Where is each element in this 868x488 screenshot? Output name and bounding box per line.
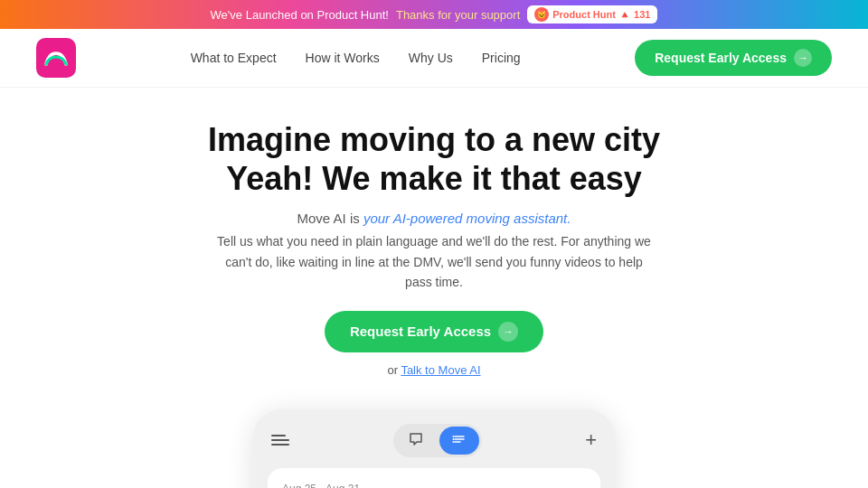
nav-what-to-expect[interactable]: What to Expect xyxy=(191,51,277,65)
ph-badge-text: Product Hunt 🔺 131 xyxy=(552,9,650,21)
ph-logo-icon: 🐱 xyxy=(534,7,549,22)
product-hunt-badge[interactable]: 🐱 Product Hunt 🔺 131 xyxy=(527,5,657,23)
phone-toolbar: + xyxy=(268,424,600,457)
hero-headline-line1: Imagine moving to a new city xyxy=(208,121,660,158)
thanks-text: Thanks for your support xyxy=(396,8,520,22)
nav-pricing[interactable]: Pricing xyxy=(482,51,521,65)
logo[interactable] xyxy=(36,38,76,78)
svg-point-0 xyxy=(452,436,454,437)
nav-how-it-works[interactable]: How it Works xyxy=(306,51,380,65)
hero-section: Imagine moving to a new city Yeah! We ma… xyxy=(0,88,868,395)
chat-icon xyxy=(409,432,423,449)
hero-cta-button[interactable]: Request Early Access → xyxy=(325,311,543,352)
talk-prefix: or xyxy=(387,363,401,377)
moving-company-card: Aug 25 - Aug 31 Premier Moving Solutions… xyxy=(268,468,600,488)
talk-to-move-ai-link[interactable]: Talk to Move AI xyxy=(401,363,480,377)
navbar: What to Expect How it Works Why Us Prici… xyxy=(0,29,868,88)
hero-subtitle-highlight: your AI-powered moving assistant. xyxy=(363,211,571,226)
date-range: Aug 25 - Aug 31 xyxy=(282,483,586,488)
tasks-icon xyxy=(452,432,467,449)
nav-cta-label: Request Early Access xyxy=(655,51,787,65)
phone-section: + Aug 25 - Aug 31 Premier Moving Solutio… xyxy=(0,395,868,488)
nav-cta-arrow-icon: → xyxy=(794,49,812,67)
nav-links: What to Expect How it Works Why Us Prici… xyxy=(191,51,521,65)
hero-cta-label: Request Early Access xyxy=(350,324,491,339)
tab-chat-button[interactable] xyxy=(396,427,436,455)
launched-text: We've Launched on Product Hunt! xyxy=(211,8,389,22)
hero-subtitle-prefix: Move AI is xyxy=(297,211,363,226)
hero-description: Tell us what you need in plain language … xyxy=(217,231,651,292)
hamburger-icon[interactable] xyxy=(271,435,289,446)
nav-why-us[interactable]: Why Us xyxy=(409,51,453,65)
svg-point-1 xyxy=(452,438,454,440)
tab-group xyxy=(393,424,482,457)
hero-subtitle: Move AI is your AI-powered moving assist… xyxy=(18,211,850,226)
hero-headline-line2: Yeah! We make it that easy xyxy=(226,160,642,197)
tab-tasks-button[interactable] xyxy=(439,427,479,455)
nav-cta-button[interactable]: Request Early Access → xyxy=(635,40,832,76)
phone-mockup: + Aug 25 - Aug 31 Premier Moving Solutio… xyxy=(253,409,615,488)
talk-link-container: or Talk to Move AI xyxy=(18,363,850,377)
svg-point-2 xyxy=(452,441,454,443)
add-button[interactable]: + xyxy=(585,428,597,452)
hero-cta-arrow-icon: → xyxy=(498,322,518,342)
announcement-bar: We've Launched on Product Hunt! Thanks f… xyxy=(0,0,868,29)
logo-icon xyxy=(42,44,70,71)
hero-headline: Imagine moving to a new city Yeah! We ma… xyxy=(18,120,850,198)
